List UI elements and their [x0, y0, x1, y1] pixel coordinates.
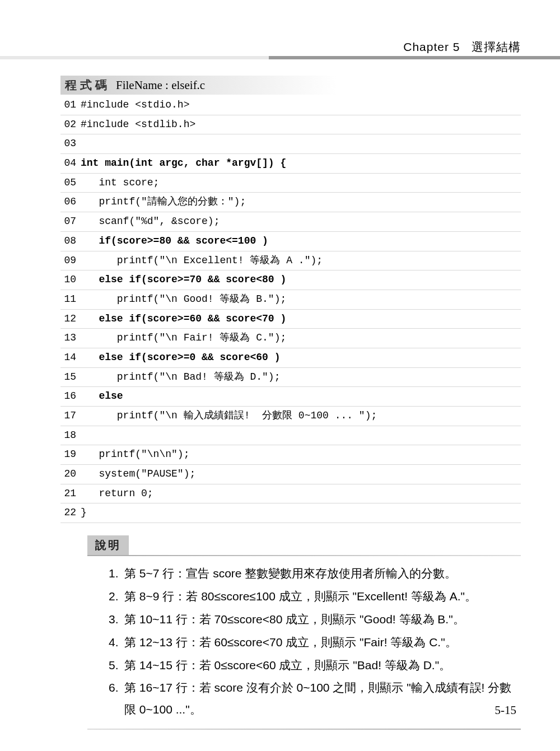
code-line: 05 int score; [60, 174, 521, 193]
code-line: 20 system("PAUSE"); [60, 465, 521, 484]
code-line: 08 if(score>=80 && score<=100 ) [60, 232, 521, 251]
code-line: 12 else if(score>=60 && score<70 ) [60, 310, 521, 329]
explain-item-text: 第 8~9 行：若 80≤score≤100 成立，則顯示 "Excellent… [124, 586, 521, 608]
line-number: 13 [60, 330, 81, 347]
main-content: 程式碼 FileName : elseif.c 01#include <stdi… [60, 76, 521, 730]
code-line: 03 [60, 134, 521, 154]
explain-item: 1.第 5~7 行：宣告 score 整數變數用來存放使用者所輸入的分數。 [109, 563, 521, 585]
page-header: Chapter 5 選擇結構 [403, 39, 521, 55]
explain-item-text: 第 12~13 行：若 60≤score<70 成立，則顯示 "Fair! 等級… [124, 632, 521, 654]
code-line: 02#include <stdlib.h> [60, 115, 521, 135]
explain-item-number: 4. [109, 632, 124, 654]
code-line: 15 printf("\n Bad! 等級為 D."); [60, 368, 521, 388]
line-number: 04 [60, 155, 81, 172]
code-line: 09 printf("\n Excellent! 等級為 A ."); [60, 251, 521, 271]
code-line: 18 [60, 426, 521, 446]
line-code: else [81, 388, 123, 405]
line-number: 07 [60, 213, 81, 230]
explain-item: 4.第 12~13 行：若 60≤score<70 成立，則顯示 "Fair! … [109, 632, 521, 654]
line-code: int score; [81, 175, 159, 192]
code-line: 22} [60, 503, 521, 523]
line-number: 14 [60, 349, 81, 366]
line-code: } [81, 505, 87, 521]
line-code: int main(int argc, char *argv[]) { [81, 155, 286, 172]
line-number: 16 [60, 388, 81, 405]
code-header: 程式碼 FileName : elseif.c [60, 76, 521, 95]
line-code: printf("\n\n"); [81, 446, 189, 463]
explain-header: 說明 [87, 535, 129, 555]
explain-list: 1.第 5~7 行：宣告 score 整數變數用來存放使用者所輸入的分數。2.第… [87, 563, 521, 721]
line-number: 15 [60, 369, 81, 386]
line-code: #include <stdlib.h> [81, 116, 195, 133]
explain-item-number: 6. [109, 677, 124, 721]
code-line: 14 else if(score>=0 && score<60 ) [60, 348, 521, 368]
code-line: 10 else if(score>=70 && score<80 ) [60, 270, 521, 290]
page-number: 5-15 [495, 703, 517, 717]
line-code: printf("\n Bad! 等級為 D."); [81, 369, 280, 386]
explain-item-text: 第 16~17 行：若 score 沒有介於 0~100 之間，則顯示 "輸入成… [124, 677, 521, 721]
filename-label: FileName : elseif.c [116, 78, 205, 92]
line-code: else if(score>=60 && score<70 ) [81, 311, 286, 328]
chapter-label: Chapter 5 [403, 40, 460, 53]
line-number: 12 [60, 311, 81, 328]
line-number: 06 [60, 194, 81, 211]
line-number: 21 [60, 486, 81, 502]
explain-item-text: 第 14~15 行：若 0≤score<60 成立，則顯示 "Bad! 等級為 … [124, 655, 521, 677]
code-line: 07 scanf("%d", &score); [60, 212, 521, 232]
line-number: 09 [60, 253, 81, 269]
line-number: 05 [60, 175, 81, 192]
line-code: else if(score>=70 && score<80 ) [81, 272, 286, 288]
code-line: 17 printf("\n 輸入成績錯誤! 分數限 0~100 ... "); [60, 407, 521, 426]
explain-divider-bottom [87, 729, 521, 730]
header-divider [0, 56, 560, 59]
explain-item: 6.第 16~17 行：若 score 沒有介於 0~100 之間，則顯示 "輸… [109, 677, 521, 721]
code-line: 06 printf("請輸入您的分數："); [60, 193, 521, 212]
explain-item-text: 第 5~7 行：宣告 score 整數變數用來存放使用者所輸入的分數。 [124, 563, 521, 585]
explain-item-number: 3. [109, 609, 124, 631]
line-code: if(score>=80 && score<=100 ) [81, 233, 268, 250]
line-number: 11 [60, 291, 81, 308]
explain-item: 3.第 10~11 行：若 70≤score<80 成立，則顯示 "Good! … [109, 609, 521, 631]
code-line: 01#include <stdio.h> [60, 96, 521, 115]
explain-item-number: 2. [109, 586, 124, 608]
line-number: 18 [60, 427, 81, 444]
line-code: system("PAUSE"); [81, 466, 195, 483]
code-line: 16 else [60, 387, 521, 407]
explain-item: 2.第 8~9 行：若 80≤score≤100 成立，則顯示 "Excelle… [109, 586, 521, 608]
line-code: return 0; [81, 486, 153, 502]
code-line: 19 printf("\n\n"); [60, 445, 521, 465]
code-label: 程式碼 [60, 77, 110, 93]
line-code: printf("請輸入您的分數："); [81, 194, 246, 211]
code-line: 13 printf("\n Fair! 等級為 C."); [60, 329, 521, 348]
line-code: else if(score>=0 && score<60 ) [81, 349, 280, 366]
line-number: 08 [60, 233, 81, 250]
line-number: 19 [60, 446, 81, 463]
code-line: 21 return 0; [60, 484, 521, 504]
explain-item-text: 第 10~11 行：若 70≤score<80 成立，則顯示 "Good! 等級… [124, 609, 521, 631]
line-code: printf("\n Fair! 等級為 C."); [81, 330, 286, 347]
line-number: 01 [60, 97, 81, 114]
line-number: 17 [60, 408, 81, 425]
code-line: 11 printf("\n Good! 等級為 B."); [60, 290, 521, 310]
line-number: 10 [60, 272, 81, 288]
line-code: printf("\n Excellent! 等級為 A ."); [81, 253, 323, 269]
line-code: scanf("%d", &score); [81, 213, 220, 230]
explain-item-number: 1. [109, 563, 124, 585]
explain-section: 說明 1.第 5~7 行：宣告 score 整數變數用來存放使用者所輸入的分數。… [87, 535, 521, 730]
code-block: 01#include <stdio.h>02#include <stdlib.h… [60, 96, 521, 523]
line-code: printf("\n 輸入成績錯誤! 分數限 0~100 ... "); [81, 408, 377, 425]
line-number: 22 [60, 505, 81, 521]
explain-item-number: 5. [109, 655, 124, 677]
code-line: 04int main(int argc, char *argv[]) { [60, 154, 521, 174]
line-number: 02 [60, 116, 81, 133]
line-number: 20 [60, 466, 81, 483]
line-code: #include <stdio.h> [81, 97, 189, 114]
explain-item: 5.第 14~15 行：若 0≤score<60 成立，則顯示 "Bad! 等級… [109, 655, 521, 677]
chapter-title: 選擇結構 [472, 40, 521, 53]
line-code: printf("\n Good! 等級為 B."); [81, 291, 286, 308]
explain-divider-top [87, 555, 521, 556]
line-number: 03 [60, 136, 81, 152]
